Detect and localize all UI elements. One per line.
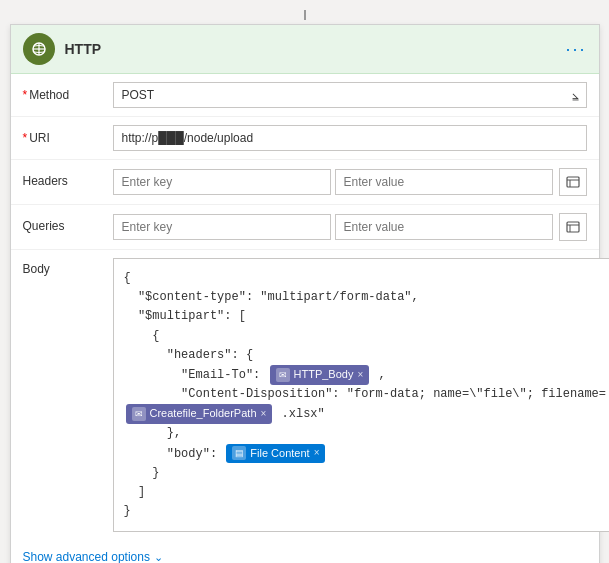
- token-createfile-folderpath[interactable]: ✉Createfile_FolderPath×: [126, 404, 273, 424]
- queries-row: Queries: [11, 205, 599, 250]
- show-advanced-section: Show advanced options ⌄: [11, 540, 599, 563]
- header-title: HTTP: [65, 41, 102, 57]
- method-select[interactable]: POST ⦥: [113, 82, 587, 108]
- http-icon: [23, 33, 55, 65]
- headers-inputs: [113, 168, 587, 196]
- http-action-card: HTTP ··· *Method POST ⦥: [10, 24, 600, 563]
- method-label: *Method: [23, 82, 113, 102]
- body-line-9: "body": ▤File Content×: [124, 444, 606, 464]
- body-row: Body { "$content-type": "multipart/form-…: [11, 250, 599, 540]
- body-line-12: }: [124, 502, 606, 521]
- body-line-5: "headers": {: [124, 346, 606, 365]
- body-line-1: {: [124, 269, 606, 288]
- body-line-4: {: [124, 327, 606, 346]
- body-line-3: "$multipart": [: [124, 307, 606, 326]
- token-file-content-icon: ▤: [232, 446, 246, 460]
- card-header: HTTP ···: [11, 25, 599, 74]
- show-advanced-link[interactable]: Show advanced options: [23, 550, 150, 563]
- svg-rect-6: [567, 222, 579, 232]
- show-advanced-chevron: ⌄: [154, 551, 163, 563]
- method-row: *Method POST ⦥: [11, 74, 599, 117]
- headers-label: Headers: [23, 168, 113, 188]
- uri-input-wrapper: [113, 125, 587, 151]
- svg-rect-3: [567, 177, 579, 187]
- more-options-button[interactable]: ···: [565, 39, 586, 60]
- token-file-content[interactable]: ▤File Content×: [226, 444, 325, 464]
- uri-input[interactable]: [113, 125, 587, 151]
- queries-add-button[interactable]: [559, 213, 587, 241]
- queries-key-value: [113, 214, 553, 240]
- body-label: Body: [23, 258, 113, 276]
- body-line-11: ]: [124, 483, 606, 502]
- token-http-body-close[interactable]: ×: [357, 367, 363, 383]
- method-input-wrapper: POST ⦥: [113, 82, 587, 108]
- uri-row: *URI: [11, 117, 599, 160]
- body-line-7b: ✉Createfile_FolderPath× .xlsx": [124, 404, 606, 424]
- uri-label: *URI: [23, 125, 113, 145]
- headers-add-button[interactable]: [559, 168, 587, 196]
- method-select-display[interactable]: POST: [113, 82, 587, 108]
- body-line-10: }: [124, 464, 606, 483]
- headers-row: Headers: [11, 160, 599, 205]
- headers-key-value: [113, 169, 553, 195]
- card-body: *Method POST ⦥ *URI: [11, 74, 599, 563]
- body-line-8: },: [124, 424, 606, 443]
- body-line-7: "Content-Disposition": "form-data; name=…: [124, 385, 606, 404]
- queries-key-input[interactable]: [113, 214, 331, 240]
- token-file-content-close[interactable]: ×: [314, 445, 320, 461]
- token-createfile-close[interactable]: ×: [261, 406, 267, 422]
- body-line-2: "$content-type": "multipart/form-data",: [124, 288, 606, 307]
- headers-key-input[interactable]: [113, 169, 331, 195]
- body-editor[interactable]: { "$content-type": "multipart/form-data"…: [113, 258, 610, 532]
- header-left: HTTP: [23, 33, 102, 65]
- queries-label: Queries: [23, 213, 113, 233]
- queries-inputs: [113, 213, 587, 241]
- queries-value-input[interactable]: [335, 214, 553, 240]
- headers-value-input[interactable]: [335, 169, 553, 195]
- token-http-body[interactable]: ✉HTTP_Body×: [270, 365, 370, 385]
- body-line-6: "Email-To": ✉HTTP_Body× ,: [124, 365, 606, 385]
- connector-line-top: [304, 10, 306, 20]
- token-createfile-icon: ✉: [132, 407, 146, 421]
- token-http-body-icon: ✉: [276, 368, 290, 382]
